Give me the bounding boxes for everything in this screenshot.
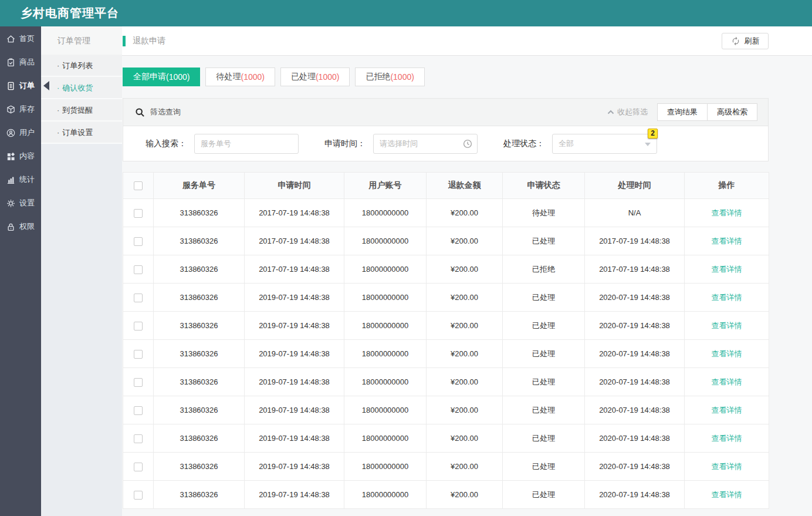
collapse-filter-toggle[interactable]: 收起筛选 bbox=[607, 107, 648, 117]
sidebar-item-goods[interactable]: 商品 bbox=[0, 50, 41, 74]
main-area: 退款申请 刷新 全部申请(1000) 待处理(1000) 已处理(1000) 已… bbox=[122, 26, 812, 516]
page-title: 退款申请 bbox=[133, 36, 165, 46]
sidebar-item-orders[interactable]: 订单 bbox=[0, 74, 41, 97]
row-checkbox[interactable] bbox=[134, 237, 143, 246]
row-checkbox[interactable] bbox=[134, 322, 143, 330]
cell-process-time: 2020-07-19 14:48:38 bbox=[585, 284, 685, 312]
submenu-item-order-list[interactable]: ·订单列表 bbox=[41, 55, 122, 77]
stock-icon bbox=[6, 104, 16, 114]
table-row: 313860326 2019-07-19 14:48:38 1800000000… bbox=[123, 312, 769, 340]
tab-all-requests[interactable]: 全部申请(1000) bbox=[123, 68, 200, 86]
sidebar-item-settings[interactable]: 设置 bbox=[0, 191, 41, 215]
advanced-search-button[interactable]: 高级检索 bbox=[708, 103, 757, 121]
bullet: · bbox=[57, 61, 59, 70]
sidebar-item-content[interactable]: 内容 bbox=[0, 144, 41, 168]
cell-amount: ¥200.00 bbox=[427, 368, 503, 396]
row-checkbox[interactable] bbox=[134, 406, 143, 415]
cell-account: 18000000000 bbox=[344, 453, 427, 481]
cell-apply-time: 2017-07-19 14:48:38 bbox=[245, 227, 344, 255]
cell-status: 已处理 bbox=[503, 312, 585, 340]
view-detail-link[interactable]: 查看详情 bbox=[712, 293, 742, 302]
submenu-item-confirm-receipt[interactable]: ·确认收货 bbox=[41, 77, 122, 99]
gear-icon bbox=[6, 198, 16, 208]
tab-rejected[interactable]: 已拒绝(1000) bbox=[355, 68, 424, 86]
cell-apply-time: 2019-07-19 14:48:38 bbox=[245, 312, 344, 340]
cell-order-no: 313860326 bbox=[154, 255, 245, 284]
goods-icon bbox=[6, 58, 16, 68]
query-result-button[interactable]: 查询结果 bbox=[657, 103, 708, 121]
tab-count: (1000) bbox=[390, 72, 414, 82]
row-checkbox[interactable] bbox=[134, 491, 143, 500]
sidebar-item-home[interactable]: 首页 bbox=[0, 27, 41, 50]
search-input[interactable] bbox=[194, 134, 299, 154]
bullet: · bbox=[57, 106, 59, 114]
row-checkbox[interactable] bbox=[134, 350, 143, 359]
submenu-item-order-settings[interactable]: ·订单设置 bbox=[41, 122, 122, 144]
cell-amount: ¥200.00 bbox=[427, 312, 503, 340]
sidebar-item-stock[interactable]: 库存 bbox=[0, 97, 41, 121]
submenu-item-arrival-reminder[interactable]: ·到货提醒 bbox=[41, 99, 122, 122]
row-checkbox[interactable] bbox=[134, 463, 143, 471]
page-header: 退款申请 刷新 bbox=[122, 26, 812, 56]
status-tabs: 全部申请(1000) 待处理(1000) 已处理(1000) 已拒绝(1000) bbox=[123, 68, 769, 86]
table-row: 313860326 2019-07-19 14:48:38 1800000000… bbox=[123, 481, 769, 509]
view-detail-link[interactable]: 查看详情 bbox=[712, 208, 742, 217]
sidebar-item-label: 统计 bbox=[19, 174, 35, 185]
cell-account: 18000000000 bbox=[344, 340, 427, 368]
cell-amount: ¥200.00 bbox=[427, 199, 503, 227]
table-row: 313860326 2019-07-19 14:48:38 1800000000… bbox=[123, 284, 769, 312]
table-row: 313860326 2019-07-19 14:48:38 1800000000… bbox=[123, 396, 769, 424]
view-detail-link[interactable]: 查看详情 bbox=[712, 434, 742, 443]
view-detail-link[interactable]: 查看详情 bbox=[712, 377, 742, 386]
sidebar-item-permissions[interactable]: 权限 bbox=[0, 215, 41, 238]
user-icon bbox=[6, 128, 16, 138]
cell-amount: ¥200.00 bbox=[427, 481, 503, 509]
view-detail-link[interactable]: 查看详情 bbox=[712, 321, 742, 330]
cell-amount: ¥200.00 bbox=[427, 227, 503, 255]
cell-apply-time: 2019-07-19 14:48:38 bbox=[245, 424, 344, 453]
table-body: 313860326 2017-07-19 14:48:38 1800000000… bbox=[123, 199, 769, 509]
row-checkbox[interactable] bbox=[134, 434, 143, 443]
cell-order-no: 313860326 bbox=[154, 199, 245, 227]
content-icon bbox=[6, 151, 16, 161]
table-header-row: 服务单号 申请时间 用户账号 退款金额 申请状态 处理时间 操作 bbox=[123, 173, 769, 199]
cell-process-time: 2020-07-19 14:48:38 bbox=[585, 368, 685, 396]
top-bar: 乡村电商管理平台 bbox=[0, 0, 812, 26]
row-checkbox[interactable] bbox=[134, 294, 143, 302]
tab-processed[interactable]: 已处理(1000) bbox=[280, 68, 350, 86]
row-checkbox[interactable] bbox=[134, 209, 143, 218]
sidebar-item-label: 订单 bbox=[19, 80, 35, 91]
cell-apply-time: 2019-07-19 14:48:38 bbox=[245, 481, 344, 509]
breadcrumb-accent-bar bbox=[123, 36, 126, 46]
apply-time-field: 申请时间： bbox=[324, 134, 478, 154]
view-detail-link[interactable]: 查看详情 bbox=[712, 265, 742, 274]
view-detail-link[interactable]: 查看详情 bbox=[712, 462, 742, 471]
view-detail-link[interactable]: 查看详情 bbox=[712, 490, 742, 499]
col-process-time: 处理时间 bbox=[585, 173, 685, 199]
cell-order-no: 313860326 bbox=[154, 227, 245, 255]
row-checkbox[interactable] bbox=[134, 265, 143, 274]
sidebar-item-stats[interactable]: 统计 bbox=[0, 168, 41, 191]
chevron-down-icon bbox=[645, 143, 651, 149]
select-all-checkbox[interactable] bbox=[134, 181, 143, 190]
view-detail-link[interactable]: 查看详情 bbox=[712, 349, 742, 358]
submenu-title: 订单管理 bbox=[41, 26, 122, 55]
process-status-field: 处理状态： 全部 2 bbox=[503, 134, 657, 154]
tab-pending[interactable]: 待处理(1000) bbox=[205, 68, 275, 86]
apply-time-input[interactable] bbox=[373, 134, 478, 154]
status-select[interactable]: 全部 2 bbox=[552, 134, 657, 154]
cell-process-time: 2017-07-19 14:48:38 bbox=[585, 255, 685, 284]
sidebar-item-users[interactable]: 用户 bbox=[0, 121, 41, 144]
col-actions: 操作 bbox=[685, 173, 769, 199]
sidebar-item-label: 设置 bbox=[19, 198, 35, 208]
view-detail-link[interactable]: 查看详情 bbox=[712, 406, 742, 414]
cell-apply-time: 2017-07-19 14:48:38 bbox=[245, 255, 344, 284]
view-detail-link[interactable]: 查看详情 bbox=[712, 237, 742, 245]
refresh-button[interactable]: 刷新 bbox=[722, 33, 769, 49]
refund-table: 服务单号 申请时间 用户账号 退款金额 申请状态 处理时间 操作 3138603… bbox=[123, 172, 769, 509]
cell-process-time: 2020-07-19 14:48:38 bbox=[585, 453, 685, 481]
bullet: · bbox=[57, 83, 59, 92]
cell-account: 18000000000 bbox=[344, 284, 427, 312]
row-checkbox[interactable] bbox=[134, 378, 143, 387]
cell-status: 已处理 bbox=[503, 481, 585, 509]
